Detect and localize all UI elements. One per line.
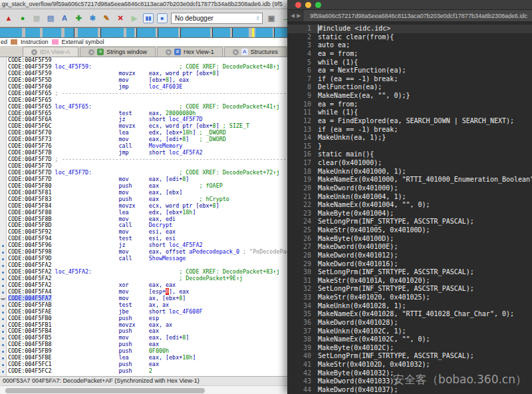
add-function-icon[interactable]: ✚	[73, 13, 84, 23]
editor-line: 18MakeUnkn(0x401000, 1);	[287, 168, 532, 176]
line-number: 15	[287, 142, 318, 151]
jump-arrow-dot	[2, 331, 4, 333]
editor-line: 30SetLongPrm(INF_STRTYPE, ASCSTR_PASCAL)…	[287, 268, 532, 277]
editor-line: 3auto ea;	[287, 41, 532, 50]
editor-line: 24SetLongPrm(INF_STRTYPE, ASCSTR_PASCAL)…	[287, 218, 532, 226]
line-text: MakeNameEx(ea, "", 0);}	[318, 92, 410, 100]
line-text: MakeNameEx(0x401028, "RTTI_401028_Char_C…	[318, 310, 514, 319]
tab-ida-view-a[interactable]: ×IDA View-A	[23, 47, 78, 57]
legend-label-ed: ed	[1, 39, 7, 45]
abort-icon[interactable]: ▲	[3, 13, 14, 23]
line-number: 25	[287, 226, 318, 235]
navband-segment	[181, 28, 210, 37]
line-text: MakeDword(0x401016);	[318, 260, 398, 269]
tab-close-icon[interactable]: ×	[233, 49, 239, 55]
jump-arrows-margin	[0, 57, 7, 376]
tab-hex-view-1[interactable]: ×#Hex View-1	[157, 47, 223, 57]
editor-line: 1#include <idc.idc>	[287, 25, 532, 33]
editor-tab-bar: ◀ ▶ 9f59a606c57217d98a5eea6846c8113aca07…	[287, 10, 532, 22]
code-editor[interactable]: 1#include <idc.idc>2static clear(from){3…	[287, 22, 532, 394]
line-text: MakeNameEx(0x40102C, "", 0);	[318, 335, 430, 344]
back-arrow-icon[interactable]: ◀	[291, 13, 295, 19]
jump-arrow-dot	[2, 278, 4, 280]
strings-toolbar-icon[interactable]: ▤	[45, 13, 56, 23]
tab-strings-window[interactable]: ×≡Strings window	[80, 47, 156, 57]
scrollbar-thumb[interactable]	[5, 388, 205, 393]
line-text: MakeDword(0x401033);	[318, 377, 398, 386]
editor-line: 41MakeStr(0x40102D, 0x401032);	[287, 361, 532, 369]
editor-line: 19MakeNameEx(0x401000, "RTTI_401000_Enum…	[287, 176, 532, 184]
jump-arrow-dot	[2, 285, 4, 287]
legend-label-external-symbol: External symbol	[62, 39, 104, 45]
forward-arrow-icon[interactable]: ▶	[297, 13, 301, 19]
open-subview-icon[interactable]: ▦	[31, 13, 42, 23]
editor-line: 40SetLongPrm(INF_STRTYPE, ASCSTR_PASCAL)…	[287, 352, 532, 361]
line-number: 35	[287, 310, 318, 319]
editor-line: 16static main(){	[287, 150, 532, 159]
navband-segment	[25, 28, 40, 37]
jump-arrow-dot	[2, 265, 4, 267]
line-number: 8	[287, 83, 318, 92]
tab-structures[interactable]: ×AStructures	[224, 47, 287, 57]
legend-swatch-instruction	[11, 39, 17, 45]
zoom-window-button[interactable]	[315, 2, 321, 8]
tab-close-icon[interactable]: ×	[31, 49, 37, 55]
line-number: 34	[287, 302, 318, 311]
tab-close-icon[interactable]: ×	[88, 49, 94, 55]
line-text: MakeStr(0x40102D, 0x401032);	[318, 361, 430, 369]
line-text: SetLongPrm(INF_STRTYPE, ASCSTR_PASCAL);	[318, 218, 474, 226]
pause-process-icon[interactable]: ▮▮	[143, 13, 154, 23]
navigation-band[interactable]	[0, 27, 291, 38]
line-text: static main(){	[318, 150, 374, 159]
line-number: 10	[287, 100, 318, 109]
close-window-button[interactable]	[295, 2, 301, 8]
line-number: 7	[287, 75, 318, 84]
ida-window: gx_stack_overflow/9f59a606c57217d98a5eea…	[0, 0, 291, 394]
line-text: MakeByte(0x40102C);	[318, 344, 394, 353]
line-number: 13	[287, 126, 318, 134]
navband-divider	[74, 28, 74, 37]
line-text: ea = from;	[318, 100, 358, 109]
editor-window: ◀ ▶ 9f59a606c57217d98a5eea6846c8113aca07…	[287, 0, 532, 394]
disasm-line[interactable]: CODE:004F5FC2 push 2	[8, 368, 291, 375]
line-text: MakeByte(0x40100D);	[318, 235, 394, 244]
line-number: 4	[287, 50, 318, 59]
editor-line: 13if (ea == -1) break;	[287, 126, 532, 134]
line-number: 38	[287, 335, 318, 344]
editor-file-tab[interactable]: 9f59a606c57217d98a5eea6846c8113aca07b203…	[304, 10, 532, 21]
editor-line: 8DelFunction(ea);	[287, 83, 532, 92]
edit-icon[interactable]: ✎	[101, 13, 112, 23]
disassembly-view[interactable]: CODE:004F5F59CODE:004F5F59 loc_4F5F59: ;…	[0, 57, 291, 376]
line-number: 14	[287, 134, 318, 142]
tab-label: Structures	[251, 49, 278, 55]
line-number: 17	[287, 159, 318, 168]
snapshot-icon[interactable]: ✱	[87, 13, 98, 23]
navband-segment	[65, 28, 74, 37]
minimize-window-button[interactable]	[305, 2, 311, 8]
debugger-select[interactable]: No debugger ⇕	[171, 13, 263, 24]
navband-divider	[274, 28, 275, 37]
navband-divider	[212, 28, 213, 37]
run-indicator-icon[interactable]: ●	[17, 13, 28, 23]
names-toolbar-icon[interactable]: A	[59, 13, 70, 23]
jump-arrow-dot	[2, 325, 4, 327]
line-text: MakeNameEx(0x401000, "RTTI_401000_Enumer…	[318, 176, 532, 184]
editor-line: 5while (1){	[287, 59, 532, 67]
line-number: 3	[287, 41, 318, 50]
attach-icon[interactable]: ▣	[266, 13, 277, 23]
stop-process-icon[interactable]: ■	[157, 13, 168, 23]
ida-status-bar: 000F53A7 004F5FA7: DecodePacket+AF (Sync…	[0, 376, 291, 385]
editor-line: 11while (1){	[287, 108, 532, 117]
start-process-icon[interactable]: ▶	[129, 13, 140, 23]
line-text: MakeStr(0x401005, 0x40100D);	[318, 226, 430, 235]
line-number: 12	[287, 117, 318, 126]
tab-close-icon[interactable]: ×	[166, 49, 172, 55]
delete-icon[interactable]: ✕	[115, 13, 126, 23]
editor-line: 7if (ea == -1) break;	[287, 75, 532, 84]
horizontal-scrollbar[interactable]	[0, 385, 291, 394]
jump-arrow-dot	[2, 364, 4, 366]
line-text: MakeByte(0x401004);	[318, 210, 394, 218]
jump-arrow-dot	[2, 272, 4, 274]
ida-title-bar: gx_stack_overflow/9f59a606c57217d98a5eea…	[0, 0, 291, 9]
toolbar-icons-left: ▲●▦▤A✚✱✎✕▶▮▮■	[3, 13, 168, 23]
